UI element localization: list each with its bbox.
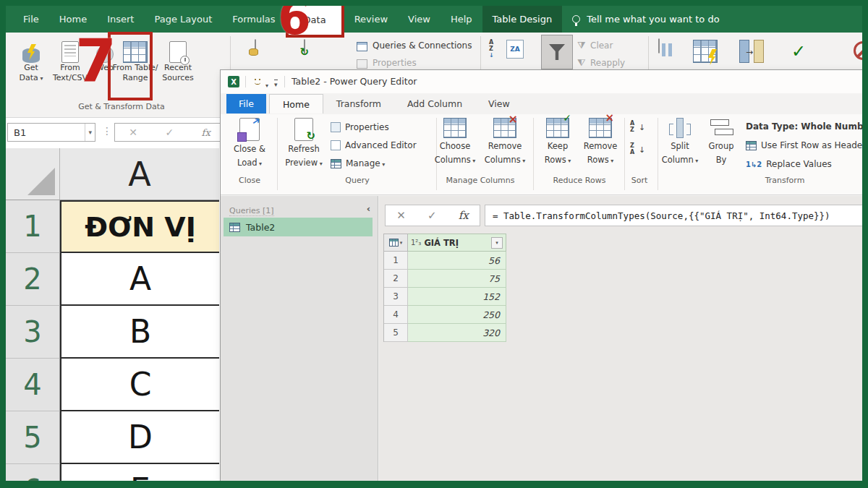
pq-formula-bar[interactable]: = Table.TransformColumnTypes(Source,{{"G…	[485, 205, 864, 226]
tab-file[interactable]: File	[13, 6, 49, 33]
flash-fill-icon[interactable]	[693, 40, 718, 63]
remove-columns-button[interactable]: × Remove Columns	[481, 118, 529, 166]
pq-table-corner-button[interactable]: ▾	[384, 234, 408, 252]
properties-button[interactable]: Properties	[331, 122, 389, 132]
name-box-caret-icon[interactable]: ▾	[85, 124, 95, 141]
power-query-window: Table2 - Power Query Editor FileHomeTran…	[221, 70, 868, 488]
row-header-1[interactable]: 1	[6, 200, 60, 253]
tab-formulas[interactable]: Formulas	[222, 6, 285, 33]
pq-table-row-3: 3152	[384, 288, 506, 306]
tab-table-design[interactable]: Table Design	[482, 6, 563, 33]
smiley-caret-icon[interactable]	[265, 77, 268, 90]
collapse-pane-icon[interactable]: ‹	[367, 203, 370, 214]
pq-title-bar[interactable]: Table2 - Power Query Editor	[221, 70, 868, 93]
cell-a3[interactable]: B	[60, 306, 219, 359]
close-group-label: Close	[221, 176, 278, 185]
excel-logo-icon	[228, 76, 239, 87]
recent-sources-icon	[169, 38, 187, 63]
pq-window-title: Table2 - Power Query Editor	[292, 76, 417, 87]
recent-sources-button[interactable]: Recent Sources	[159, 38, 197, 84]
queries-connections-label[interactable]: Queries & Connections	[373, 40, 472, 51]
group-by-button[interactable]: Group By	[702, 118, 740, 166]
existing-connections-icon[interactable]	[255, 39, 256, 54]
name-box[interactable]: B1 ▾	[7, 123, 95, 142]
keep-rows-label2: Rows	[545, 155, 571, 166]
close-and-load-button[interactable]: ➔ Close & Load	[228, 118, 271, 168]
cancel-icon[interactable]: ✕	[129, 127, 137, 138]
pq-cancel-icon[interactable]: ✕	[396, 209, 406, 222]
get-data-label2: Data	[20, 73, 43, 83]
pq-cell-value[interactable]: 75	[408, 270, 506, 288]
pq-tab-add-column[interactable]: Add Column	[394, 94, 475, 114]
split-column-button[interactable]: Split Column	[659, 118, 701, 166]
choose-columns-button[interactable]: Choose Columns	[432, 118, 478, 166]
manage-label: Manage	[346, 158, 385, 168]
cell-a2[interactable]: A	[60, 253, 219, 306]
pq-cell-value[interactable]: 250	[408, 306, 506, 324]
tab-review[interactable]: Review	[344, 6, 398, 33]
pq-tab-transform[interactable]: Transform	[323, 94, 394, 114]
cell-a6[interactable]: E	[60, 464, 219, 481]
sort-dialog-icon[interactable]: ZA	[506, 40, 524, 59]
pq-tab-home[interactable]: Home	[269, 94, 323, 114]
tab-help[interactable]: Help	[441, 6, 482, 33]
tab-page-layout[interactable]: Page Layout	[144, 6, 222, 33]
tell-me-box[interactable]: Tell me what you want to do	[572, 14, 719, 25]
pq-column-name: GIÁ TRỊ	[424, 238, 459, 248]
replace-values-button[interactable]: 1↳2 Replace Values	[746, 159, 832, 169]
pq-enter-icon[interactable]: ✓	[427, 209, 437, 222]
first-row-headers-icon	[746, 141, 757, 150]
remove-duplicates-icon[interactable]: →	[739, 40, 767, 63]
first-row-headers-button[interactable]: Use First Row as Headers	[746, 140, 868, 150]
pq-row-number[interactable]: 3	[384, 288, 408, 306]
row-header-5[interactable]: 5	[6, 411, 60, 464]
row-header-2[interactable]: 2	[6, 253, 60, 306]
remove-rows-button[interactable]: × Remove Rows	[579, 118, 621, 166]
text-to-columns-icon[interactable]	[658, 38, 660, 53]
cell-a1[interactable]: ĐƠN VỊ	[60, 200, 219, 253]
whole-number-type-icon[interactable]: 1²₃	[411, 239, 421, 247]
column-filter-button[interactable]: ▾	[491, 237, 503, 249]
column-header-a[interactable]: A	[60, 148, 219, 200]
reapply-filter-icon: ⧨	[577, 57, 586, 69]
get-data-button[interactable]: Get Data	[12, 38, 51, 84]
pq-cell-value[interactable]: 320	[408, 324, 506, 342]
keep-rows-button[interactable]: ✓ Keep Rows	[537, 118, 578, 166]
cell-a4[interactable]: C	[60, 359, 219, 411]
manage-button[interactable]: Manage	[331, 158, 385, 168]
filter-button[interactable]	[541, 35, 573, 69]
sort-za-button[interactable]: ZA	[630, 143, 634, 156]
data-validation-icon[interactable]: ✓	[791, 41, 806, 61]
refresh-preview-button[interactable]: ↻ Refresh Preview	[281, 118, 326, 168]
fx-icon[interactable]: fx	[202, 127, 210, 138]
pq-row-number[interactable]: 1	[384, 252, 408, 270]
row-header-4[interactable]: 4	[6, 359, 60, 411]
pq-column-header[interactable]: 1²₃ GIÁ TRỊ ▾	[408, 234, 506, 252]
pq-cell-value[interactable]: 152	[408, 288, 506, 306]
frame-bottom	[0, 481, 868, 488]
query-item-table2[interactable]: Table2	[224, 218, 373, 236]
cell-a5[interactable]: D	[60, 411, 219, 464]
row-header-3[interactable]: 3	[6, 306, 60, 359]
pq-row-number[interactable]: 5	[384, 324, 408, 342]
pq-fx-icon[interactable]: fx	[459, 209, 469, 222]
data-type-label: Data Type: Whole Number	[746, 121, 868, 132]
pq-tab-file[interactable]: File	[226, 94, 266, 114]
pq-row-number[interactable]: 4	[384, 306, 408, 324]
pq-row-number[interactable]: 2	[384, 270, 408, 288]
choose-columns-label2: Columns	[435, 155, 476, 166]
select-all-cell[interactable]	[6, 148, 60, 200]
advanced-editor-button[interactable]: Advanced Editor	[331, 140, 417, 150]
pq-cell-value[interactable]: 56	[408, 252, 506, 270]
sort-az-button[interactable]: AZ	[630, 121, 634, 134]
get-transform-group-label: Get & Transform Data	[46, 102, 197, 111]
enter-icon[interactable]: ✓	[165, 127, 174, 138]
formula-buttons-box: ✕ ✓ fx	[114, 123, 225, 142]
data-type-button[interactable]: Data Type: Whole Number	[746, 121, 868, 132]
sort-ascending-icon[interactable]: AZ↓	[489, 40, 494, 59]
row-header-6[interactable]: 6	[6, 464, 60, 481]
group-by-label2: By	[716, 155, 727, 166]
tab-view[interactable]: View	[398, 6, 441, 33]
quick-access-caret-icon[interactable]	[274, 76, 278, 90]
pq-tab-view[interactable]: View	[475, 94, 523, 114]
